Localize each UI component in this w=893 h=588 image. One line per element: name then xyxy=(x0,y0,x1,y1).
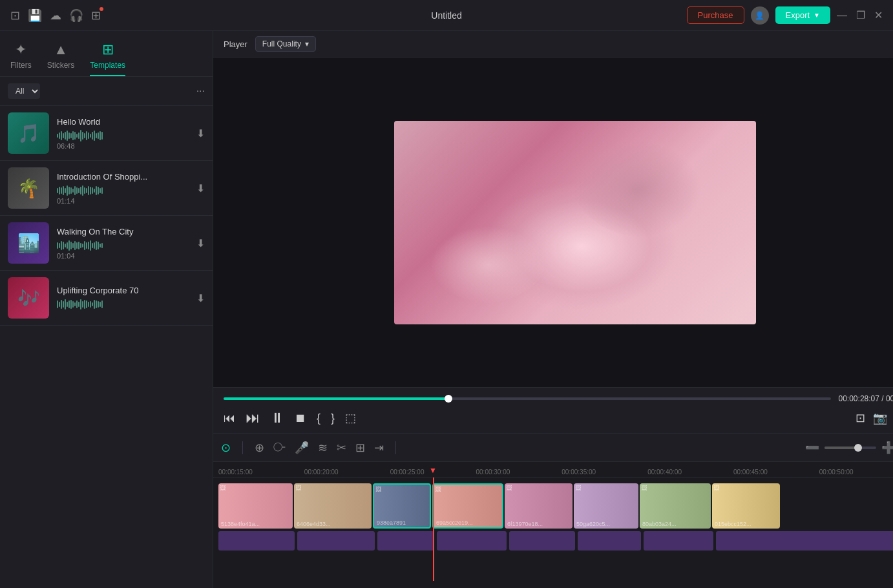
out-point-button[interactable]: } xyxy=(331,412,335,425)
video-preview xyxy=(394,121,756,324)
clip-type-icon: 🖼 xyxy=(641,485,647,491)
music-info: Introduction Of Shoppi... 01:14 xyxy=(57,172,189,205)
avatar[interactable]: 👤 xyxy=(751,6,769,25)
close-button[interactable]: ✕ xyxy=(874,9,883,21)
clip-type-icon: 🖼 xyxy=(506,485,512,491)
overlay-icon[interactable]: ⊞ xyxy=(355,441,365,455)
audio-clip[interactable] xyxy=(218,531,295,551)
ruler-mark: 00:00:45:00 xyxy=(733,468,768,476)
headphone-icon[interactable]: 🎧 xyxy=(69,8,83,23)
ruler-mark: 00:00:25:00 xyxy=(390,468,425,476)
clip-label: 80ab03a24... xyxy=(642,521,677,527)
audio-clip[interactable] xyxy=(297,531,375,551)
list-item[interactable]: 🎶 Uplifting Corporate 70 ⬇ xyxy=(0,271,213,326)
ruler-mark: 00:00:35:00 xyxy=(562,468,596,476)
clip[interactable]: 🖼 5138e4fo41a... xyxy=(218,483,293,529)
zoom-out-button[interactable]: ➖ xyxy=(805,441,819,455)
motion-icon[interactable]: ⊕ xyxy=(255,441,264,455)
export-button[interactable]: Export ▼ xyxy=(775,6,830,24)
audio-clip[interactable] xyxy=(509,531,575,551)
list-item[interactable]: 🎵 Hello World 06:48 ⬇ xyxy=(0,106,213,161)
zoom-in-button[interactable]: ➕ xyxy=(881,441,893,455)
clip-type-icon: 🖼 xyxy=(295,485,301,491)
clip-label: 6f13970e18... xyxy=(507,521,543,527)
pause-button[interactable]: ⏸ xyxy=(270,410,284,426)
audio-clip[interactable] xyxy=(437,531,507,551)
audio-clip[interactable] xyxy=(377,531,434,551)
download-icon[interactable]: ⬇ xyxy=(196,292,205,304)
control-buttons: ⏮ ⏭ ⏸ ⏹ { } ⬚ ⊡ 📷 🔊 ⤡ xyxy=(224,410,893,426)
in-point-button[interactable]: { xyxy=(317,412,320,425)
music-duration: 06:48 xyxy=(57,142,189,150)
time-display: 00:00:28:07 / 00:01:15:00 xyxy=(839,394,893,403)
progress-fill xyxy=(224,397,448,400)
clip[interactable]: 🖼 6f13970e18... xyxy=(505,483,573,529)
purchase-button[interactable]: Purchase xyxy=(687,6,744,24)
capture-button[interactable]: ⊡ xyxy=(856,411,865,425)
mic-icon[interactable]: 🎤 xyxy=(295,441,309,455)
window-controls: — ❐ ✕ xyxy=(837,9,883,21)
skip-back-button[interactable]: ⏮ xyxy=(224,412,235,425)
track-clips: 🖼 5138e4fo41a... 🖼 6406e4d33... 🖼 938ea7… xyxy=(213,481,893,526)
ruler-mark: 00:00:15:00 xyxy=(218,468,253,476)
clip-icon[interactable]: ⧃ xyxy=(273,441,286,454)
clip-selected[interactable]: 🖼 938ea7891 xyxy=(373,483,431,529)
download-icon[interactable]: ⬇ xyxy=(196,237,205,249)
list-item[interactable]: 🌴 Introduction Of Shoppi... 01:14 ⬇ xyxy=(0,161,213,216)
clip[interactable]: 🖼 80ab03a24... xyxy=(640,483,711,529)
zoom-fill xyxy=(825,446,858,449)
clip-type-icon: 🖼 xyxy=(575,485,581,491)
ruler-mark: 00:00:30:00 xyxy=(476,468,510,476)
timeline-toolbar: ⊙ ⊕ ⧃ 🎤 ≋ ✂ ⊞ ⇥ ➖ ➕ ⊞ ▾ xyxy=(213,434,893,462)
tab-stickers[interactable]: ▲ Stickers xyxy=(47,36,75,76)
monitor-icon[interactable]: ⊡ xyxy=(10,8,20,23)
grid-icon[interactable]: ⊞ xyxy=(91,8,101,23)
download-icon[interactable]: ⬇ xyxy=(196,127,205,140)
music-duration: 01:14 xyxy=(57,197,189,205)
minimize-button[interactable]: — xyxy=(837,10,847,21)
audio-clip[interactable] xyxy=(644,531,713,551)
split-icon[interactable]: ✂ xyxy=(337,441,346,455)
filter-select[interactable]: All xyxy=(8,83,40,99)
audio-icon[interactable]: ≋ xyxy=(318,441,328,455)
music-list: 🎵 Hello World 06:48 ⬇ 🌴 Introduction Of xyxy=(0,106,213,588)
progress-track[interactable] xyxy=(224,397,831,400)
ruler-mark: 00:00:40:00 xyxy=(647,468,682,476)
download-icon[interactable]: ⬇ xyxy=(196,182,205,194)
forward-icon[interactable]: ⇥ xyxy=(374,441,384,455)
clip[interactable]: 🖼 6406e4d33... xyxy=(294,483,372,529)
playhead xyxy=(433,478,434,581)
timeline-content: 00:00:15:00 00:00:20:00 00:00:25:00 00:0… xyxy=(213,462,893,588)
ctrl-right: ⊡ 📷 🔊 ⤡ xyxy=(856,411,893,425)
tab-templates[interactable]: ⊞ Templates xyxy=(90,36,125,76)
list-item[interactable]: 🏙️ Walking On The City 01:04 ⬇ xyxy=(0,216,213,271)
step-forward-button[interactable]: ⏭ xyxy=(246,410,260,426)
clip-label: 015ebcc152... xyxy=(715,521,751,527)
clip-type-icon: 🖼 xyxy=(220,485,226,491)
track-controls-icon[interactable]: ⊙ xyxy=(221,441,231,455)
stop-button[interactable]: ⏹ xyxy=(295,412,306,425)
zoom-button[interactable]: ⬚ xyxy=(345,411,356,425)
tab-templates-label: Templates xyxy=(90,61,125,70)
zoom-track[interactable] xyxy=(825,446,876,449)
music-thumb: 🎶 xyxy=(8,277,49,319)
save-icon[interactable]: 💾 xyxy=(28,8,42,23)
clip-label: 50ga620c5... xyxy=(576,521,610,527)
snapshot-button[interactable]: 📷 xyxy=(873,411,887,425)
music-thumb: 🏙️ xyxy=(8,222,49,264)
progress-thumb xyxy=(445,395,452,403)
quality-select[interactable]: Full Quality ▾ xyxy=(255,36,316,52)
player-label: Player xyxy=(224,39,247,49)
audio-clip[interactable] xyxy=(578,531,641,551)
clip[interactable]: 🖼 015ebcc152... xyxy=(712,483,780,529)
maximize-button[interactable]: ❐ xyxy=(856,9,865,21)
tab-filters[interactable]: ✦ Filters xyxy=(10,36,32,76)
more-options-button[interactable]: ··· xyxy=(196,85,205,97)
audio-clip[interactable] xyxy=(716,531,893,551)
clip[interactable]: 🖼 69a5cc2e19... xyxy=(432,483,503,529)
templates-icon: ⊞ xyxy=(102,41,114,58)
music-waveform xyxy=(57,129,189,142)
cloud-upload-icon[interactable]: ☁ xyxy=(50,8,61,23)
music-waveform xyxy=(57,239,189,252)
clip[interactable]: 🖼 50ga620c5... xyxy=(574,483,638,529)
